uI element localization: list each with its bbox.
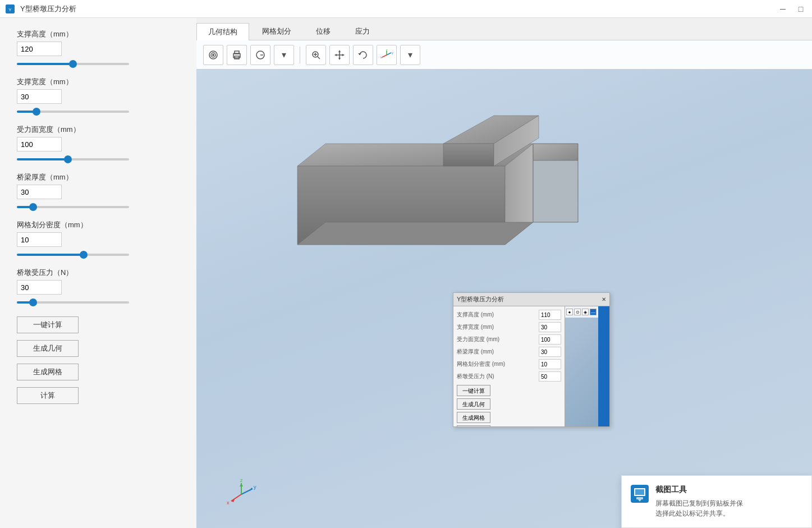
input-beam-thickness[interactable] — [17, 185, 62, 199]
svg-text:y: y — [254, 484, 256, 490]
param-beam-thickness: 桥梁厚度（mm） — [17, 172, 180, 210]
slider-support-height[interactable] — [17, 63, 129, 65]
input-load-face-width[interactable] — [17, 137, 62, 151]
svg-marker-18 — [334, 54, 337, 56]
axis-button[interactable]: y z x — [377, 45, 397, 65]
pan-button[interactable] — [329, 45, 350, 65]
param-input-row-2 — [17, 89, 180, 104]
sec-win-close[interactable]: ✕ — [602, 296, 606, 302]
sec-param-3: 桥梁厚度 (mm) — [457, 347, 561, 357]
toast-message: 屏幕截图已复制到剪贴板并保选择此处以标记并共享。 — [655, 498, 743, 518]
sec-gen-mesh-btn[interactable]: 生成网格 — [457, 412, 490, 423]
maximize-button[interactable]: □ — [794, 2, 808, 16]
title-bar-left: Y Y型桥墩压力分析 — [4, 3, 76, 15]
slider-beam-thickness[interactable] — [17, 206, 129, 208]
camera-button[interactable] — [203, 45, 223, 65]
svg-marker-16 — [338, 50, 341, 52]
input-mesh-density[interactable] — [17, 232, 62, 247]
slider-support-width[interactable] — [17, 111, 129, 113]
settings-button[interactable] — [250, 45, 270, 65]
tab-mesh[interactable]: 网格划分 — [250, 22, 303, 40]
param-input-row-3 — [17, 137, 180, 151]
param-label-pier-pressure: 桥墩受压力（N） — [17, 268, 180, 278]
sec-one-click-btn[interactable]: 一键计算 — [457, 385, 490, 396]
toast-icon — [631, 485, 649, 503]
slider-pier-pressure[interactable] — [17, 301, 129, 304]
axis-dropdown-icon: ▾ — [408, 49, 412, 60]
svg-text:y: y — [392, 51, 393, 54]
sec-calc-btn[interactable]: 计算 — [457, 425, 490, 426]
input-pier-pressure[interactable] — [17, 280, 62, 295]
tab-displacement[interactable]: 位移 — [304, 22, 342, 40]
input-support-width[interactable] — [17, 89, 62, 104]
one-click-calc-button[interactable]: 一键计算 — [17, 316, 79, 333]
toast-notification[interactable]: 截图工具 屏幕截图已复制到剪贴板并保选择此处以标记并共享。 — [621, 475, 812, 528]
sec-input-1[interactable] — [539, 322, 561, 332]
dropdown-icon: ▾ — [282, 49, 286, 60]
param-input-row-4 — [17, 185, 180, 199]
slider-container-4 — [17, 201, 129, 210]
svg-marker-20 — [358, 53, 361, 55]
sec-toolbar-btn-3[interactable]: ◈ — [582, 309, 589, 315]
viewport: ▾ — [196, 40, 812, 528]
sec-input-4[interactable] — [539, 359, 561, 369]
gen-geometry-button[interactable]: 生成几何 — [17, 340, 79, 357]
secondary-window: Y型桥墩压力分析 ✕ 支撑高度 (mm) 支撑宽度 (mm) — [453, 292, 610, 427]
tab-geometry[interactable]: 几何结构 — [196, 23, 249, 40]
sec-input-0[interactable] — [539, 310, 561, 320]
input-support-height[interactable] — [17, 42, 62, 56]
sec-input-2[interactable] — [539, 334, 561, 345]
slider-container-2 — [17, 106, 129, 114]
axes-indicator: y z x — [224, 478, 258, 511]
axis-dropdown-button[interactable]: ▾ — [400, 45, 420, 65]
sec-param-label-0: 支撑高度 (mm) — [457, 311, 536, 319]
svg-marker-36 — [297, 222, 533, 245]
param-label-support-width: 支撑宽度（mm） — [17, 77, 180, 87]
rotate-button[interactable] — [353, 45, 373, 65]
sec-param-4: 网格划分密度 (mm) — [457, 359, 561, 369]
sec-input-3[interactable] — [539, 347, 561, 357]
slider-mesh-density[interactable] — [17, 254, 129, 256]
sec-gen-geo-btn[interactable]: 生成几何 — [457, 398, 490, 410]
svg-rect-49 — [636, 497, 643, 499]
sec-param-label-3: 桥梁厚度 (mm) — [457, 348, 536, 356]
calculate-button[interactable]: 计算 — [17, 387, 79, 404]
buttons-section: 一键计算 生成几何 生成网格 计算 — [17, 316, 180, 404]
svg-line-11 — [318, 57, 320, 59]
dropdown-button[interactable]: ▾ — [274, 45, 294, 65]
sec-param-2: 受力面宽度 (mm) — [457, 334, 561, 345]
slider-container-6 — [17, 297, 129, 305]
secondary-window-title: Y型桥墩压力分析 — [457, 295, 504, 304]
zoom-button[interactable] — [306, 45, 326, 65]
print-button[interactable] — [227, 45, 247, 65]
param-input-row-5 — [17, 232, 180, 247]
svg-line-23 — [382, 55, 387, 57]
title-bar: Y Y型桥墩压力分析 ─ □ — [0, 0, 812, 18]
param-input-row — [17, 42, 180, 56]
zoom-icon — [310, 49, 322, 61]
sec-toolbar-btn-4[interactable]: — — [590, 309, 597, 315]
axis-icon: y z x — [380, 49, 393, 61]
left-panel: 支撑高度（mm） 支撑宽度（mm） 受力面宽度（mm） — [0, 18, 196, 528]
param-label-mesh-density: 网格划分密度（mm） — [17, 220, 180, 230]
camera-icon — [208, 49, 219, 61]
minimize-button[interactable]: ─ — [776, 2, 790, 16]
slider-container-support-height — [17, 58, 129, 67]
sec-param-label-1: 支撑宽度 (mm) — [457, 323, 536, 331]
param-input-row-6 — [17, 280, 180, 295]
svg-marker-40 — [240, 483, 243, 486]
svg-marker-19 — [342, 54, 345, 56]
sec-toolbar-btn-2[interactable]: ⊙ — [574, 309, 581, 315]
svg-marker-31 — [443, 144, 494, 166]
sec-toolbar-btn-1[interactable]: ● — [566, 309, 573, 315]
tabs-bar: 几何结构 网格划分 位移 应力 — [196, 18, 812, 40]
param-support-width: 支撑宽度（mm） — [17, 77, 180, 114]
sec-input-5[interactable] — [539, 371, 561, 382]
param-label-load-face-width: 受力面宽度（mm） — [17, 125, 180, 135]
viewport-toolbar: ▾ — [196, 40, 812, 70]
gen-mesh-button[interactable]: 生成网格 — [17, 364, 79, 380]
secondary-window-header: Y型桥墩压力分析 ✕ — [453, 293, 609, 306]
sec-param-label-2: 受力面宽度 (mm) — [457, 336, 536, 343]
slider-load-face-width[interactable] — [17, 158, 129, 160]
tab-stress[interactable]: 应力 — [343, 22, 382, 40]
